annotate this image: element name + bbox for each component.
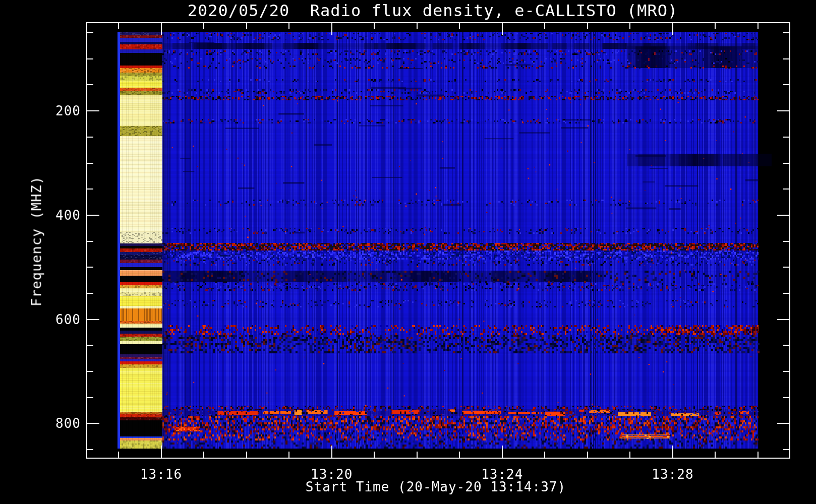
y-tick-label: 600 xyxy=(25,312,81,327)
spectrogram-page: 2020/05/20 Radio flux density, e-CALLIST… xyxy=(0,0,816,504)
spectrogram-canvas xyxy=(0,0,816,504)
x-tick-label: 13:24 xyxy=(462,467,543,482)
y-axis-title: Frequency (MHZ) xyxy=(29,161,44,322)
y-tick-label: 400 xyxy=(25,208,81,223)
x-tick-label: 13:20 xyxy=(292,467,372,482)
x-axis-title: Start Time (20-May-20 13:14:37) xyxy=(209,479,663,494)
x-tick-label: 13:16 xyxy=(121,467,202,482)
y-tick-label: 800 xyxy=(25,416,81,431)
x-tick-label: 13:28 xyxy=(632,467,713,482)
chart-title: 2020/05/20 Radio flux density, e-CALLIST… xyxy=(80,1,786,20)
y-tick-label: 200 xyxy=(25,103,81,118)
